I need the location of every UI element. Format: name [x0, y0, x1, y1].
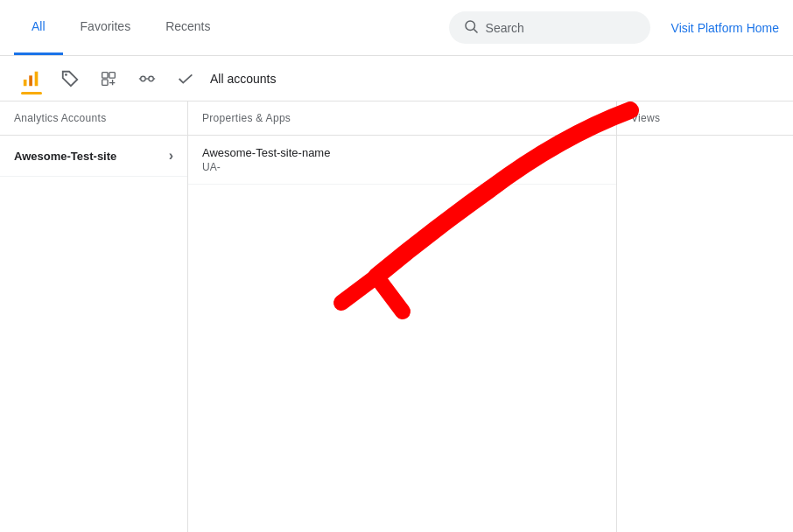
- top-navigation: All Favorites Recents Search Visit Platf…: [0, 0, 793, 56]
- views-column: Views: [617, 102, 793, 532]
- analytics-product-icon[interactable]: [14, 61, 49, 96]
- main-content: Analytics Accounts Awesome-Test-site › P…: [0, 102, 793, 532]
- accounts-column-header: Analytics Accounts: [0, 102, 187, 136]
- tab-favorites[interactable]: Favorites: [63, 0, 149, 55]
- svg-rect-6: [102, 72, 108, 77]
- optimize-product-icon[interactable]: [130, 61, 165, 96]
- svg-point-9: [141, 76, 146, 81]
- all-accounts-label: All accounts: [210, 72, 276, 86]
- toolbar-icons: [14, 61, 203, 96]
- svg-rect-2: [24, 79, 27, 85]
- account-item[interactable]: Awesome-Test-site ›: [0, 136, 187, 177]
- icon-toolbar: All accounts: [0, 56, 793, 102]
- properties-column-header: Properties & Apps: [188, 102, 616, 136]
- svg-point-10: [149, 76, 154, 81]
- tag-product-icon[interactable]: [53, 61, 88, 96]
- account-name: Awesome-Test-site: [14, 150, 116, 163]
- property-item[interactable]: Awesome-Test-site-name UA-: [188, 136, 616, 185]
- accounts-column: Analytics Accounts Awesome-Test-site ›: [0, 102, 188, 532]
- svg-line-1: [474, 29, 477, 32]
- properties-column: Properties & Apps Awesome-Test-site-name…: [188, 102, 617, 532]
- visit-platform-link[interactable]: Visit Platform Home: [671, 21, 779, 35]
- tab-all[interactable]: All: [14, 0, 63, 55]
- svg-rect-8: [102, 79, 108, 84]
- svg-rect-4: [35, 71, 39, 86]
- views-list: [617, 136, 793, 532]
- search-box[interactable]: Search: [449, 11, 650, 44]
- tab-recents[interactable]: Recents: [148, 0, 228, 55]
- search-icon: [463, 18, 479, 37]
- nav-tabs: All Favorites Recents: [14, 0, 228, 55]
- check-product-icon[interactable]: [168, 61, 203, 96]
- accounts-table: Analytics Accounts Awesome-Test-site › P…: [0, 102, 793, 532]
- property-name: Awesome-Test-site-name: [202, 146, 602, 159]
- svg-rect-7: [109, 72, 115, 77]
- search-placeholder: Search: [486, 21, 524, 35]
- accounts-list: Awesome-Test-site ›: [0, 136, 187, 532]
- gtm-product-icon[interactable]: [91, 61, 126, 96]
- chevron-right-icon: ›: [169, 148, 173, 164]
- svg-point-0: [466, 21, 475, 31]
- property-tracking-id: UA-: [202, 161, 602, 173]
- views-column-header: Views: [617, 102, 793, 136]
- svg-point-5: [65, 74, 67, 76]
- svg-rect-3: [29, 75, 32, 86]
- properties-list: Awesome-Test-site-name UA-: [188, 136, 616, 532]
